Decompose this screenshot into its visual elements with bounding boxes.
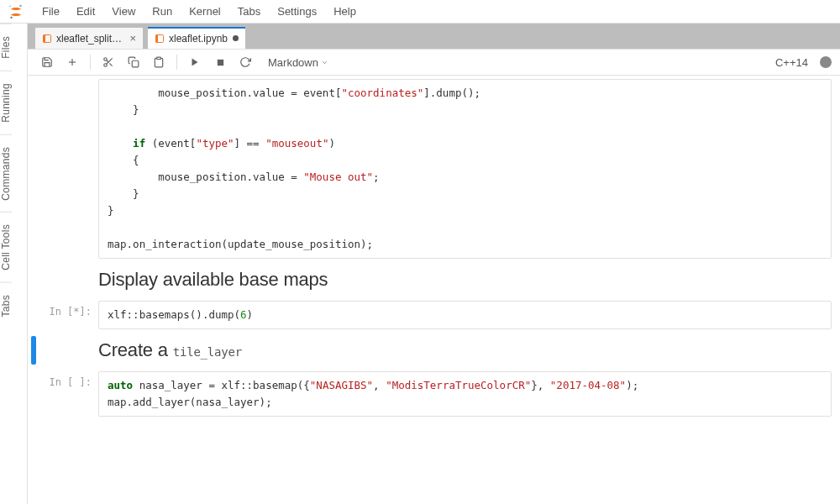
cell-content: Display available base maps: [98, 265, 832, 294]
stop-button[interactable]: [209, 51, 231, 73]
notebook-body[interactable]: mouse_position.value = event["coordinate…: [28, 76, 840, 504]
cell-prompt: In [ ]:: [36, 371, 98, 417]
markdown-cell[interactable]: Create a tile_layer: [31, 333, 832, 368]
svg-rect-15: [157, 57, 161, 59]
svg-point-9: [104, 58, 108, 61]
cell-prompt: [36, 336, 98, 365]
svg-rect-6: [156, 34, 159, 42]
cut-button[interactable]: [97, 51, 119, 73]
sidebar-tab-files[interactable]: Files: [0, 24, 12, 71]
sidebar-tab-running[interactable]: Running: [0, 71, 12, 134]
cell-content: auto nasa_layer = xlf::basemap({"NASAGIB…: [98, 371, 832, 417]
left-sidebar: FilesRunningCommandsCell ToolsTabs: [0, 24, 28, 504]
menu-run[interactable]: Run: [144, 2, 181, 21]
notebook-icon: [42, 34, 52, 44]
jupyter-logo: [7, 3, 25, 21]
svg-point-2: [9, 5, 11, 7]
cell-prompt: [36, 79, 98, 259]
markdown-cell[interactable]: Display available base maps: [31, 262, 832, 297]
menu-view[interactable]: View: [103, 2, 144, 21]
cell-content: xlf::basemaps().dump(6): [98, 301, 832, 329]
markdown-heading: Create a tile_layer: [98, 336, 832, 365]
code-cell[interactable]: In [*]:xlf::basemaps().dump(6): [31, 297, 832, 333]
svg-line-13: [107, 60, 108, 62]
sidebar-tab-tabs[interactable]: Tabs: [0, 282, 12, 329]
notebook-toolbar: Markdown C++14: [28, 49, 840, 76]
cell-type-select[interactable]: Markdown: [265, 55, 332, 71]
cell-content: mouse_position.value = event["coordinate…: [98, 79, 832, 259]
menu-tabs[interactable]: Tabs: [229, 2, 269, 21]
run-button[interactable]: [184, 51, 206, 73]
top-menu-bar: FileEditViewRunKernelTabsSettingsHelp: [0, 0, 840, 24]
menu-kernel[interactable]: Kernel: [181, 2, 229, 21]
insert-cell-button[interactable]: [61, 51, 83, 73]
menu-help[interactable]: Help: [325, 2, 365, 21]
doc-tab[interactable]: xleaflet.ipynb: [147, 27, 246, 49]
restart-button[interactable]: [234, 51, 256, 73]
cell-prompt: In [*]:: [36, 301, 98, 329]
inline-code: tile_layer: [173, 345, 242, 359]
cell-prompt: [36, 265, 98, 294]
svg-rect-17: [217, 59, 223, 65]
doc-tab[interactable]: xleaflet_split_m×: [34, 27, 144, 49]
svg-rect-4: [44, 34, 46, 42]
kernel-name[interactable]: C++14: [775, 56, 808, 69]
code-cell[interactable]: mouse_position.value = event["coordinate…: [31, 76, 832, 262]
menu-file[interactable]: File: [34, 2, 68, 21]
cell-content: Create a tile_layer: [98, 336, 832, 365]
doc-tab-label: xleaflet.ipynb: [169, 33, 228, 45]
copy-button[interactable]: [123, 51, 144, 73]
main-panel: xleaflet_split_m×xleaflet.ipynb Markdown…: [28, 24, 840, 504]
kernel-status-indicator[interactable]: [820, 56, 832, 68]
notebook-icon: [155, 34, 165, 44]
tab-bar: xleaflet_split_m×xleaflet.ipynb: [28, 24, 840, 49]
paste-button[interactable]: [148, 51, 170, 73]
svg-marker-16: [192, 59, 198, 66]
sidebar-tab-commands[interactable]: Commands: [0, 134, 12, 213]
close-icon[interactable]: ×: [129, 32, 136, 45]
sidebar-tab-cell-tools[interactable]: Cell Tools: [0, 212, 12, 282]
menu-settings[interactable]: Settings: [269, 2, 325, 21]
svg-line-12: [109, 63, 112, 66]
chevron-down-icon: [321, 59, 328, 66]
save-button[interactable]: [36, 51, 58, 73]
svg-rect-14: [132, 60, 139, 67]
unsaved-indicator: [233, 35, 239, 41]
cell-type-label: Markdown: [268, 56, 318, 69]
markdown-heading: Display available base maps: [98, 265, 832, 294]
svg-point-10: [104, 64, 108, 67]
svg-point-1: [10, 16, 12, 18]
code-cell[interactable]: In [ ]:auto nasa_layer = xlf::basemap({"…: [31, 368, 832, 420]
menu-edit[interactable]: Edit: [68, 2, 103, 21]
svg-point-0: [19, 4, 22, 7]
doc-tab-label: xleaflet_split_m: [56, 33, 124, 45]
